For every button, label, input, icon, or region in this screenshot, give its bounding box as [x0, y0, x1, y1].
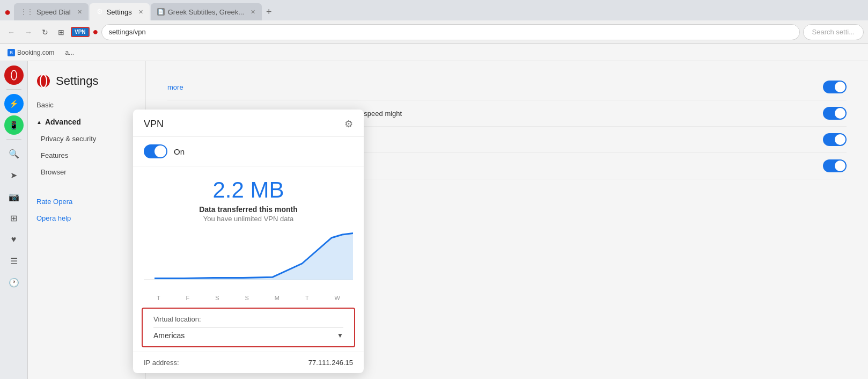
- nav-browser[interactable]: Browser: [28, 164, 145, 180]
- nav-privacy-security[interactable]: Privacy & security: [28, 130, 145, 147]
- speed-dial-icon: ⋮⋮: [20, 8, 33, 16]
- vpn-badge[interactable]: VPN: [71, 27, 90, 37]
- settings-close[interactable]: ✕: [138, 9, 143, 16]
- vpn-data-sublabel: You have unlimited VPN data: [144, 215, 353, 223]
- booking-favicon: B: [8, 49, 15, 56]
- booking-label: Booking.com: [17, 49, 54, 56]
- vpn-location-chevron[interactable]: ▼: [337, 332, 343, 339]
- nav-rate-opera[interactable]: Rate Opera: [28, 193, 145, 210]
- sidebar-icons: ⚡ 📱 🔍 ➤ 📷 ⊞ ♥ ☰ 🕐: [0, 61, 28, 379]
- opera-icon: ●: [93, 26, 99, 38]
- vpn-ip-value: 77.111.246.15: [308, 359, 353, 367]
- toggle-knob-2: [835, 108, 845, 119]
- sidebar-camera[interactable]: 📷: [4, 187, 24, 206]
- nav-features[interactable]: Features: [28, 147, 145, 164]
- toggle-knob-4: [835, 161, 845, 171]
- greek-tab-label: Greek Subtitles, Greek...: [168, 8, 244, 16]
- opera-settings-logo: [36, 74, 50, 88]
- settings-favicon: ⚙: [96, 8, 104, 16]
- layout-button[interactable]: ⊞: [55, 26, 68, 39]
- more-link[interactable]: more: [167, 83, 183, 91]
- tab-speed-dial[interactable]: ⋮⋮ Speed Dial ✕: [14, 3, 89, 20]
- sidebar-send[interactable]: ➤: [4, 165, 24, 185]
- apps-icon: ⊞: [10, 213, 17, 223]
- nav-opera-help[interactable]: Opera help: [28, 210, 145, 227]
- camera-icon: 📷: [9, 192, 19, 202]
- reload-button[interactable]: ↻: [39, 26, 52, 39]
- sidebar-opera-logo[interactable]: [4, 65, 24, 85]
- toggle-1[interactable]: [823, 81, 847, 93]
- toggle-knob-1: [835, 82, 845, 92]
- vpn-data-amount: 2.2 MB: [144, 177, 353, 203]
- vpn-popup: VPN ⚙ On 2.2 MB Data transferred this mo…: [133, 110, 364, 373]
- vpn-location-section: Virtual location: Americas ▼: [142, 308, 355, 347]
- speed-dial-label: Speed Dial: [36, 8, 71, 16]
- forward-button[interactable]: →: [21, 26, 35, 39]
- sidebar-list[interactable]: ☰: [4, 251, 24, 271]
- address-bar[interactable]: settings/vpn: [101, 24, 799, 40]
- settings-row-1: more: [167, 74, 847, 100]
- search-icon: 🔍: [9, 149, 19, 159]
- bookmarks-bar: B Booking.com a...: [0, 44, 868, 61]
- chart-label-w: W: [335, 295, 340, 301]
- svg-point-0: [9, 70, 19, 80]
- url-text: settings/vpn: [108, 28, 145, 36]
- tab-greek[interactable]: 📄 Greek Subtitles, Greek... ✕: [151, 3, 262, 20]
- nav-basic[interactable]: Basic: [28, 97, 145, 113]
- whatsapp-icon: 📱: [9, 121, 18, 129]
- vpn-ip-row: IP address: 77.111.246.15: [133, 352, 364, 373]
- sidebar-apps[interactable]: ⊞: [4, 208, 24, 228]
- greek-favicon: 📄: [157, 8, 165, 16]
- send-icon: ➤: [10, 170, 17, 180]
- vpn-toggle-row: On: [133, 137, 364, 166]
- toggle-4[interactable]: [823, 159, 847, 172]
- vpn-location-value: Americas: [153, 331, 185, 340]
- sidebar-clock[interactable]: 🕐: [4, 273, 24, 292]
- back-button[interactable]: ←: [4, 26, 18, 39]
- vpn-ip-label: IP address:: [144, 359, 179, 367]
- sidebar-search[interactable]: 🔍: [4, 144, 24, 163]
- settings-sidebar: Settings Basic ▲ Advanced Privacy & secu…: [28, 61, 146, 379]
- vpn-title: VPN: [144, 119, 164, 130]
- bookmark-a[interactable]: a...: [62, 48, 77, 57]
- add-tab-button[interactable]: +: [263, 6, 275, 18]
- svg-point-2: [37, 75, 50, 88]
- vpn-toggle[interactable]: [144, 144, 167, 158]
- tab-bar: ● ⋮⋮ Speed Dial ✕ ⚙ Settings ✕ 📄 Greek S…: [0, 0, 868, 20]
- toggle-3[interactable]: [823, 133, 847, 146]
- vpn-on-label: On: [174, 147, 185, 156]
- nav-advanced[interactable]: ▲ Advanced: [28, 113, 145, 130]
- chart-label-m: M: [275, 295, 279, 301]
- vpn-select-row: Americas ▼: [153, 327, 343, 340]
- speed-dial-close[interactable]: ✕: [77, 9, 82, 16]
- chart-label-s2: S: [245, 295, 249, 301]
- search-settings-button[interactable]: Search setti...: [803, 24, 864, 40]
- settings-title: Settings: [28, 70, 145, 97]
- vpn-chart: [133, 228, 364, 293]
- greek-close[interactable]: ✕: [251, 9, 255, 16]
- sidebar-messenger[interactable]: ⚡: [4, 94, 24, 113]
- vpn-toggle-knob: [155, 145, 166, 157]
- chart-label-t2: T: [305, 295, 309, 301]
- toggle-2[interactable]: [823, 107, 847, 120]
- vpn-data-section: 2.2 MB Data transferred this month You h…: [133, 166, 364, 228]
- nav-bar: ← → ↻ ⊞ VPN ● settings/vpn Search setti.…: [0, 20, 868, 44]
- settings-tab-label: Settings: [107, 8, 132, 16]
- tab-settings[interactable]: ⚙ Settings ✕: [90, 3, 150, 20]
- sidebar-divider-2: [6, 139, 21, 140]
- bookmark-a-label: a...: [65, 49, 74, 56]
- vpn-location-label: Virtual location:: [153, 315, 343, 323]
- main-area: ⚡ 📱 🔍 ➤ 📷 ⊞ ♥ ☰ 🕐: [0, 61, 868, 379]
- vpn-data-label: Data transferred this month: [144, 205, 353, 214]
- vpn-gear-icon[interactable]: ⚙: [344, 118, 353, 130]
- vpn-header: VPN ⚙: [133, 110, 364, 137]
- sidebar-heart[interactable]: ♥: [4, 230, 24, 249]
- toggle-knob-3: [835, 134, 845, 145]
- vpn-chart-labels: T F S S M T W: [133, 293, 364, 303]
- sidebar-whatsapp[interactable]: 📱: [4, 115, 24, 135]
- bookmark-booking[interactable]: B Booking.com: [4, 48, 57, 57]
- opera-tab-logo[interactable]: ●: [4, 6, 11, 18]
- chart-label-f: F: [186, 295, 190, 301]
- heart-icon: ♥: [11, 235, 17, 244]
- list-icon: ☰: [10, 256, 18, 266]
